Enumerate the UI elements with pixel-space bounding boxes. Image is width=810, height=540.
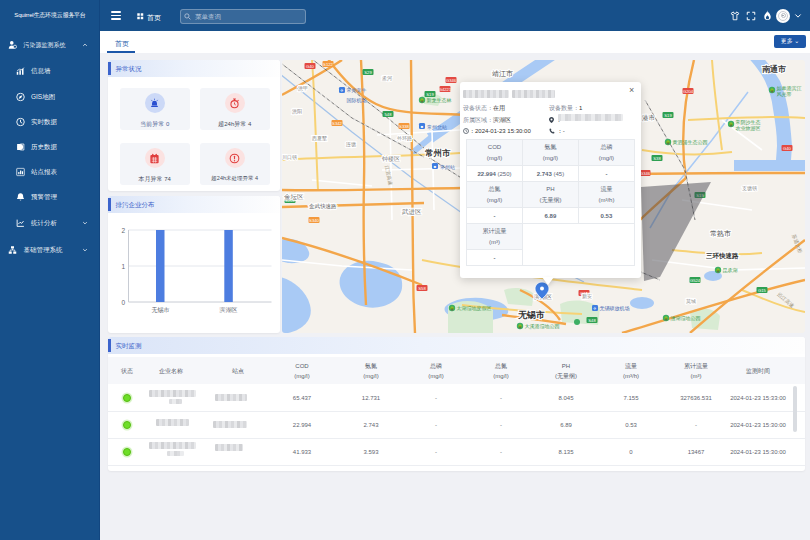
svg-text:S122: S122 [323,62,333,67]
svg-text:常州北站: 常州北站 [427,124,447,131]
svg-text:江宜高速: 江宜高速 [383,165,394,186]
svg-text:G346: G346 [446,78,457,83]
svg-text:S340: S340 [309,218,319,223]
svg-text:548: 548 [385,112,393,117]
svg-text:孟河: 孟河 [381,75,392,82]
svg-text:S338: S338 [399,124,409,129]
svg-text:黄泗浦生态公园: 黄泗浦生态公园 [673,139,708,146]
svg-text:常州站: 常州站 [440,164,455,170]
svg-text:✈: ✈ [593,306,597,311]
svg-text:🌳: 🌳 [518,324,523,329]
svg-text:国际机场: 国际机场 [347,97,367,104]
svg-text:🌳: 🌳 [770,88,775,93]
svg-text:漕湖湿地公园: 漕湖湿地公园 [671,315,701,322]
svg-text:1: 1 [121,263,125,270]
svg-text:洪甲: 洪甲 [298,85,308,92]
svg-text:钟楼区: 钟楼区 [381,155,400,162]
svg-text:常州奔牛: 常州奔牛 [347,87,367,93]
svg-text:靖江市: 靖江市 [492,69,513,78]
svg-text:常州市: 常州市 [425,148,451,158]
svg-text:无锡市: 无锡市 [517,310,545,320]
svg-text:2: 2 [121,227,125,234]
svg-text:🌳: 🌳 [716,268,721,273]
svg-text:农业旅游区: 农业旅游区 [736,125,761,132]
svg-text:S19: S19 [664,113,672,118]
svg-text:新龙生态林: 新龙生态林 [427,97,452,103]
svg-text:S58: S58 [418,286,426,291]
svg-text:川口镇: 川口镇 [282,154,297,161]
svg-text:太湖湿地度假区: 太湖湿地度假区 [457,305,492,312]
svg-text:风光带: 风光带 [777,91,792,98]
svg-text:支塘镇: 支塘镇 [742,185,757,192]
svg-text:S29: S29 [364,70,372,75]
svg-text:🌳: 🌳 [729,122,734,127]
svg-text:三环快速路: 三环快速路 [706,252,739,260]
svg-text:大溪港湿地公园: 大溪港湿地公园 [525,323,560,330]
svg-text:连塘: 连塘 [346,141,356,147]
svg-text:G40: G40 [306,64,315,69]
svg-text:金武快速路: 金武快速路 [309,203,337,209]
svg-text:G40: G40 [783,146,792,151]
svg-text:G4221: G4221 [439,87,452,92]
svg-text:西夏墅: 西夏墅 [312,135,327,142]
svg-text:G15: G15 [758,288,767,293]
svg-text:金坛区: 金坛区 [284,193,304,200]
svg-text:S19: S19 [426,92,434,97]
svg-text:S48: S48 [588,318,596,323]
svg-text:新安: 新安 [582,293,592,299]
svg-text:滨湖区: 滨湖区 [219,306,237,313]
svg-text:S38: S38 [653,156,661,161]
svg-text:洪阳: 洪阳 [292,108,302,115]
svg-text:🌳: 🌳 [450,306,455,311]
svg-text:🌳: 🌳 [664,316,669,321]
svg-text:常熟市: 常熟市 [710,229,731,238]
svg-text:港市: 港市 [642,114,656,122]
svg-text:G204: G204 [683,89,694,94]
svg-text:✈: ✈ [340,88,344,93]
svg-text:武进区: 武进区 [401,208,422,216]
svg-text:南通市: 南通市 [762,64,786,74]
svg-text:无锡硕放机场: 无锡硕放机场 [600,305,630,312]
svg-text:莫城: 莫城 [686,298,696,304]
svg-text:无锡市: 无锡市 [151,306,169,314]
svg-text:0: 0 [121,299,125,306]
svg-text:昆承湖: 昆承湖 [723,267,738,274]
svg-text:S342: S342 [332,121,342,126]
svg-text:🌳: 🌳 [420,98,425,103]
svg-text:G346: G346 [640,171,651,176]
svg-text:🌳: 🌳 [666,140,671,145]
svg-text:外环路: 外环路 [397,135,412,141]
svg-text:G524: G524 [690,278,701,283]
